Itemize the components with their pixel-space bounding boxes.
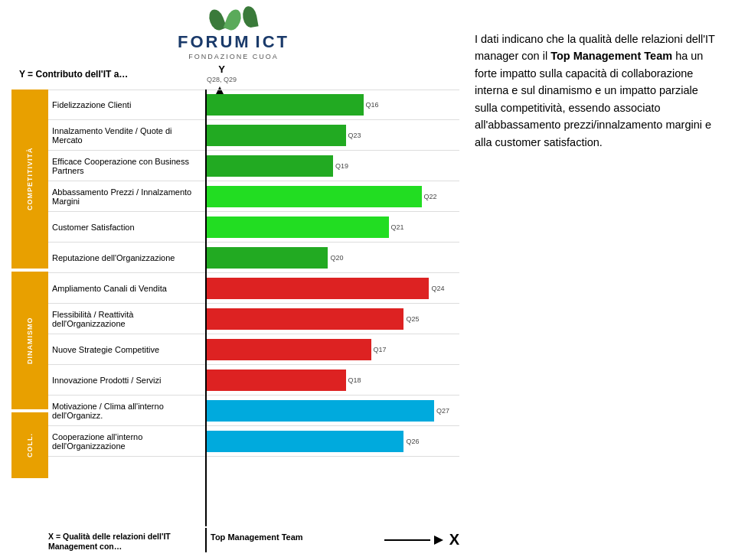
bar-row-q25: Q25: [207, 304, 459, 334]
x-label: X: [449, 531, 459, 549]
category-labels: COMPETITIVITÀ DINAMISMO COLL.: [11, 90, 48, 552]
x-arrow-line: [384, 539, 430, 541]
x-column-label-area: Top Management Team X: [205, 528, 459, 552]
bar-q26: [207, 431, 403, 452]
bar-row-q23: Q23: [207, 120, 459, 151]
bar-row-q18: Q18: [207, 365, 459, 396]
leaf-icon: [241, 5, 259, 28]
right-text: I dati indicano che la qualità delle rel…: [475, 31, 716, 151]
logo-area: FORUM ICT FONDAZIONE CUOA: [8, 8, 459, 61]
right-text-content: I dati indicano che la qualità delle rel…: [475, 33, 715, 148]
row-fidelizzazione: Fidelizzazione Clienti: [48, 90, 205, 120]
q21-label: Q21: [391, 223, 404, 231]
row-motivazione: Motivazione / Clima all'interno dell'Org…: [48, 396, 205, 426]
bar-row-q16: Q16: [207, 90, 459, 120]
row-reputazione: Reputazione dell'Organizzazione: [48, 243, 205, 273]
y-label: Y: [218, 63, 225, 75]
bar-q23: [207, 125, 346, 146]
bar-q18: [207, 370, 346, 391]
q18-label: Q18: [348, 376, 361, 384]
bar-q17: [207, 339, 371, 360]
q25-label: Q25: [406, 315, 419, 323]
q16-label: Q16: [366, 101, 379, 109]
x-bottom-label: X = Qualità delle relazioni dell'IT Mana…: [48, 528, 205, 552]
right-panel: I dati indicano che la qualità delle rel…: [459, 0, 735, 560]
q27-label: Q27: [436, 407, 449, 415]
x-arrow-area: X: [384, 531, 459, 549]
bar-q21: [207, 217, 389, 238]
bar-row-q24: Q24: [207, 273, 459, 304]
dinamismo-label: DINAMISMO: [11, 272, 48, 409]
q23-label: Q23: [348, 132, 361, 139]
x-arrow-icon: [434, 536, 443, 545]
bar-row-q27: Q27: [207, 396, 459, 426]
q20-label: Q20: [330, 254, 343, 262]
row-abbassamento: Abbassamento Prezzi / Innalzamento Margi…: [48, 181, 205, 212]
competitivita-label: COMPETITIVITÀ: [11, 90, 48, 269]
logo-subtitle: FONDAZIONE CUOA: [188, 53, 279, 60]
bar-row-q19: Q19: [207, 151, 459, 181]
q19-label: Q19: [335, 162, 348, 170]
row-customer: Customer Satisfaction: [48, 212, 205, 243]
y-axis-label: Y = Contributo dell'IT a…: [19, 69, 128, 80]
bar-row-q22: Q22: [207, 181, 459, 212]
leaf-icon: [207, 7, 227, 31]
row-innalzamento: Innalzamento Vendite / Quote di Mercato: [48, 120, 205, 151]
row-efficace: Efficace Cooperazione con Business Partn…: [48, 151, 205, 181]
row-cooperazione: Cooperazione all'interno dell'Organizzaz…: [48, 426, 205, 457]
logo-ict: ICT: [256, 32, 289, 52]
row-nuove: Nuove Strategie Competitive: [48, 334, 205, 365]
logo-forum: FORUM: [178, 32, 251, 52]
q17-label: Q17: [374, 346, 387, 353]
row-innovazione: Innovazione Prodotti / Servizi: [48, 365, 205, 396]
bar-row-q21: Q21: [207, 212, 459, 243]
q22-label: Q22: [424, 193, 437, 200]
bar-q25: [207, 308, 403, 330]
row-ampliamento: Ampliamento Canali di Vendita: [48, 273, 205, 304]
logo-container: FORUM ICT FONDAZIONE CUOA: [178, 9, 289, 60]
coll-label: COLL.: [11, 412, 48, 478]
y-axis-arrow: Y Q28, Q29: [207, 63, 237, 83]
x-axis-area: X = Qualità delle relazioni dell'IT Mana…: [48, 528, 459, 552]
left-panel: FORUM ICT FONDAZIONE CUOA Y = Contributo…: [0, 0, 459, 560]
coll-text: COLL.: [26, 433, 34, 457]
bar-row-q17: Q17: [207, 334, 459, 365]
q24-label: Q24: [431, 285, 444, 292]
bar-q20: [207, 247, 328, 269]
bar-row-q20: Q20: [207, 243, 459, 273]
logo-leaves: [210, 9, 257, 31]
bar-q24: [207, 278, 429, 299]
top-q-label: Q28, Q29: [207, 76, 237, 83]
bar-q22: [207, 186, 422, 207]
row-flessibilita: Flessibilità / Reattività dell'Organizza…: [48, 304, 205, 334]
bar-q27: [207, 400, 434, 422]
competitivita-text: COMPETITIVITÀ: [26, 148, 34, 211]
chart-rows: Fidelizzazione Clienti Innalzamento Vend…: [48, 90, 459, 526]
bar-q16: [207, 94, 364, 116]
bar-row-q26: Q26: [207, 426, 459, 457]
dinamismo-text: DINAMISMO: [26, 317, 34, 364]
leaf-icon: [224, 7, 243, 31]
bar-q19: [207, 155, 333, 177]
row-labels: Fidelizzazione Clienti Innalzamento Vend…: [48, 90, 205, 526]
bars-column: Q16 Q23 Q19: [205, 90, 459, 526]
q26-label: Q26: [406, 438, 419, 445]
